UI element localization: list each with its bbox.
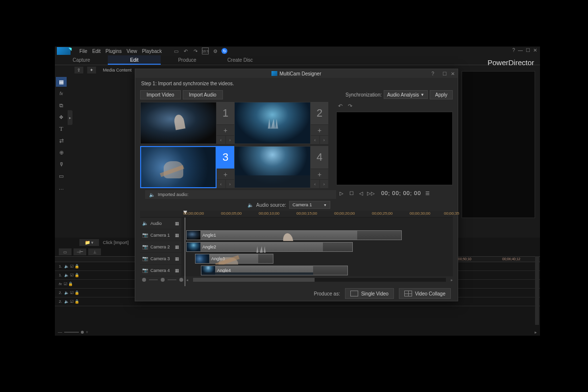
play-icon[interactable]: ▷ <box>338 190 345 196</box>
menu-file[interactable]: File <box>79 49 87 54</box>
fx-room-icon[interactable]: fx <box>56 89 67 98</box>
menu-plugins[interactable]: Plugins <box>105 49 122 54</box>
clip-angle4[interactable]: Angle4 <box>201 266 348 275</box>
timeline-view-icon[interactable]: ▭ <box>59 248 72 255</box>
track-toggle-icon[interactable]: ▦ <box>175 256 179 261</box>
camera-1-thumbnail[interactable] <box>140 102 217 144</box>
bg-vertical-scrollbar[interactable] <box>535 256 539 325</box>
plugin-icon[interactable]: ✦ <box>87 67 96 74</box>
clip-angle1[interactable]: Angle1 <box>186 230 402 240</box>
help-icon[interactable]: ? <box>512 48 515 53</box>
dialog-maximize-icon[interactable]: ☐ <box>442 71 447 76</box>
camera-4-next-button[interactable]: › <box>320 179 329 188</box>
import-audio-button[interactable]: Import Audio <box>183 90 223 99</box>
voice-room-icon[interactable]: 🎙 <box>56 159 67 169</box>
produce-video-collage-button[interactable]: Video Collage <box>399 288 451 299</box>
hscroll-left-arrow[interactable]: ◂ <box>186 278 188 282</box>
hscroll-right-arrow[interactable]: ▸ <box>451 278 453 282</box>
camera-3-thumbnail[interactable] <box>140 146 217 188</box>
track-toggle-icon[interactable]: ▦ <box>175 245 179 249</box>
subtitle-room-icon[interactable]: … <box>56 183 67 193</box>
audio-source-dropdown[interactable]: Camera 1▼ <box>289 201 330 209</box>
track-toggle-icon[interactable]: ▦ <box>175 268 179 273</box>
bg-hscroll-right-arrow[interactable]: ▸ <box>535 330 537 335</box>
minimize-icon[interactable]: — <box>518 48 523 53</box>
camera-1-prev-button[interactable]: ‹ <box>217 135 226 144</box>
produce-single-video-button[interactable]: Single Video <box>345 288 394 299</box>
transition-room-icon[interactable]: ⇄ <box>56 136 67 146</box>
preview-redo-icon[interactable]: ↷ <box>348 103 355 110</box>
tab-produce[interactable]: Produce <box>161 55 214 65</box>
horizontal-scrollbar[interactable] <box>193 278 446 282</box>
ratio-icon[interactable]: 16:9 <box>202 48 209 54</box>
camera-2-number-button[interactable]: 2 <box>311 102 328 124</box>
folder-dropdown[interactable]: 📁 ▾ <box>79 239 99 246</box>
clip-angle2[interactable]: Angle2 <box>186 242 353 252</box>
track-audio[interactable]: 🔈Audio▦ <box>140 218 453 229</box>
media-room-icon[interactable]: ▦ <box>56 77 67 87</box>
zoom-slider[interactable] <box>161 278 165 282</box>
audio-room-icon[interactable]: ⊕ <box>56 147 67 157</box>
dialog-titlebar[interactable]: MultiCam Designer ? ☐ ✕ <box>135 69 458 78</box>
tab-edit[interactable]: Edit <box>108 55 161 65</box>
camera-2-add-button[interactable]: + <box>311 124 328 135</box>
timecode-options-icon[interactable]: ☰ <box>424 190 431 196</box>
close-icon[interactable]: ✕ <box>533 48 537 53</box>
camera-2-thumbnail[interactable] <box>234 102 311 144</box>
menu-edit[interactable]: Edit <box>92 49 100 54</box>
camera-1-number-button[interactable]: 1 <box>217 102 234 124</box>
dialog-help-icon[interactable]: ? <box>431 71 434 76</box>
sync-dropdown[interactable]: Audio Analysis ▼ <box>384 90 428 99</box>
redo-icon[interactable]: ↷ <box>192 48 199 54</box>
title-room-icon[interactable]: T <box>56 124 67 134</box>
playhead-line[interactable] <box>185 218 185 286</box>
menu-playback[interactable]: Playback <box>142 49 162 54</box>
camera-4-prev-button[interactable]: ‹ <box>311 179 320 188</box>
camera-1-next-button[interactable]: › <box>226 135 235 144</box>
track-camera-2[interactable]: 📷Camera 2▦ Angle2 <box>140 241 453 253</box>
camera-4-add-button[interactable]: + <box>311 169 328 179</box>
camera-2-prev-button[interactable]: ‹ <box>311 135 320 144</box>
tab-create-disc[interactable]: Create Disc <box>214 55 267 65</box>
track-camera-1[interactable]: 📷Camera 1▦ Angle1 <box>140 229 453 241</box>
camera-3-prev-button[interactable]: ‹ <box>217 179 226 188</box>
dialog-close-icon[interactable]: ✕ <box>451 71 455 76</box>
tab-capture[interactable]: Capture <box>55 55 108 65</box>
maximize-icon[interactable]: ☐ <box>526 48 530 53</box>
camera-4-number-button[interactable]: 4 <box>311 146 328 169</box>
camera-3-add-button[interactable]: + <box>217 169 234 179</box>
camera-3-number-button[interactable]: 3 <box>217 146 234 169</box>
undo-icon[interactable]: ↶ <box>182 48 189 54</box>
settings-icon[interactable]: ⚙ <box>212 48 219 54</box>
bg-zoom-control[interactable]: —+ <box>58 330 88 335</box>
import-media-icon[interactable]: ⇪ <box>74 67 83 74</box>
chapter-room-icon[interactable]: ▭ <box>56 171 67 181</box>
track-camera-4[interactable]: 📷Camera 4▦ Angle4 <box>140 265 453 276</box>
timeline-marker-icon[interactable]: ⊥ <box>88 248 101 255</box>
stop-icon[interactable]: ☐ <box>348 190 355 196</box>
menu-view[interactable]: View <box>126 49 137 54</box>
prev-frame-icon[interactable]: ◁ <box>358 190 365 196</box>
track-toggle-icon[interactable]: ▦ <box>175 221 179 226</box>
timeline-snap-icon[interactable]: ⊣⊢ <box>74 248 86 255</box>
preview-undo-icon[interactable]: ↶ <box>338 103 345 110</box>
camera-4-thumbnail[interactable] <box>234 146 311 188</box>
cloud-icon[interactable]: ↻ <box>221 48 227 54</box>
camera-2-next-button[interactable]: › <box>320 135 329 144</box>
particle-room-icon[interactable]: ❖ <box>56 112 67 122</box>
zoom-in-icon[interactable] <box>179 278 183 282</box>
track-camera-3[interactable]: 📷Camera 3▦ Angle3 <box>140 253 453 265</box>
timeline-ruler[interactable]: 00;00;00;00 00;00;05;00 00;00;10;00 00;0… <box>140 211 453 218</box>
track-toggle-icon[interactable]: ▦ <box>175 233 179 238</box>
next-frame-icon[interactable]: ▷▷ <box>368 190 374 196</box>
expand-handle[interactable]: ▸ <box>68 110 73 125</box>
pip-room-icon[interactable]: ⧉ <box>56 100 67 110</box>
clip-angle3[interactable]: Angle3 <box>195 254 273 264</box>
preview-screen[interactable] <box>336 112 453 185</box>
import-video-button[interactable]: Import Video <box>140 90 181 99</box>
camera-1-add-button[interactable]: + <box>217 124 234 135</box>
screen-icon[interactable]: ▭ <box>172 48 179 54</box>
camera-3-next-button[interactable]: › <box>226 179 235 188</box>
zoom-out-icon[interactable] <box>142 278 146 282</box>
apply-button[interactable]: Apply <box>430 90 453 99</box>
